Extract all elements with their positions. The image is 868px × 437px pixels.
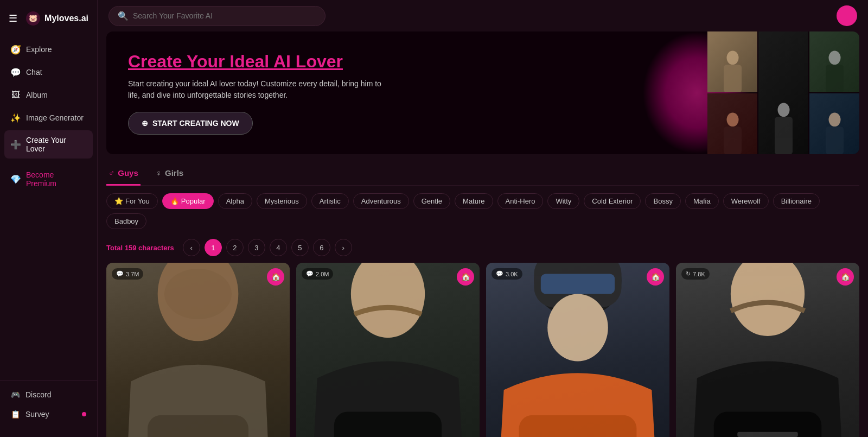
total-characters-text: Total 159 characters (106, 244, 174, 252)
sidebar-item-album-label: Album (26, 91, 48, 99)
filter-chip-bossy[interactable]: Bossy (645, 193, 680, 209)
bossy-chip-label: Bossy (653, 197, 672, 205)
album-icon: 🖼 (11, 90, 21, 100)
svg-rect-19 (541, 274, 615, 294)
svg-point-14 (164, 269, 232, 319)
sidebar-item-discord[interactable]: 🎮 Discord (4, 385, 93, 404)
badboy-chip-label: Badboy (114, 217, 138, 225)
filter-chip-for-you[interactable]: ⭐For You (106, 193, 158, 209)
svg-rect-5 (775, 117, 793, 155)
hero-img-1 (707, 31, 757, 92)
svg-rect-3 (724, 65, 742, 92)
filter-chip-gentle[interactable]: Gentle (413, 193, 450, 209)
chat-icon: 💬 (11, 67, 21, 77)
filter-chip-mature[interactable]: Mature (455, 193, 493, 209)
character-card-ethan-voss[interactable]: ↻ 7.8K 🏠 Ethan Voss 📞 (676, 263, 859, 437)
sidebar-item-create-your-lover-label: Create Your Lover (26, 136, 86, 153)
gentle-chip-label: Gentle (422, 197, 442, 205)
svg-rect-7 (826, 65, 844, 92)
filter-chip-werewolf[interactable]: Werewolf (723, 193, 769, 209)
sidebar-bottom: 🎮 Discord 📋 Survey (0, 380, 97, 428)
search-icon: 🔍 (118, 11, 129, 21)
svg-rect-24 (737, 432, 798, 437)
svg-point-6 (828, 50, 840, 65)
sidebar-item-create-your-lover[interactable]: ➕ Create Your Lover (4, 130, 93, 159)
tab-guys[interactable]: ♂ Guys (106, 163, 141, 186)
pagination-row: Total 159 characters ‹ 1 2 3 4 5 6 › (106, 235, 859, 263)
tab-girls[interactable]: ♀ Girls (154, 163, 186, 186)
page-6-button[interactable]: 6 (313, 239, 330, 256)
hero-title-part1: Create Your Ideal (128, 52, 273, 71)
explore-icon: 🧭 (11, 45, 21, 54)
character-card-ethan-hale[interactable]: 💬 2.0M 🏠 Ethan Hale ℹ (296, 263, 480, 437)
popular-chip-icon: 🔥 (170, 197, 179, 205)
next-page-button[interactable]: › (335, 239, 352, 256)
tab-girls-label: Girls (165, 168, 183, 178)
sidebar-item-image-generator-label: Image Generator (26, 113, 84, 122)
page-3-button[interactable]: 3 (248, 239, 265, 256)
hero-title: Create Your Ideal AI Lover (128, 51, 343, 72)
tabs-section: ♂ Guys ♀ Girls ⭐For You🔥PopularAlphaMyst… (98, 163, 868, 263)
filter-chip-artistic[interactable]: Artistic (311, 193, 349, 209)
sidebar-item-survey[interactable]: 📋 Survey (4, 404, 93, 424)
character-card-lorenzo[interactable]: 💬 3.7M 🏠 Lorenzo ℹ (106, 263, 290, 437)
svg-point-10 (828, 112, 840, 126)
sidebar-item-explore[interactable]: 🧭 Explore (4, 39, 93, 60)
page-2-button[interactable]: 2 (226, 239, 244, 256)
mysterious-chip-label: Mysterious (265, 197, 299, 205)
alpha-chip-label: Alpha (226, 197, 244, 205)
gender-tabs: ♂ Guys ♀ Girls (106, 163, 859, 186)
user-avatar-button[interactable] (837, 5, 857, 26)
hero-image-collage (707, 31, 859, 154)
chat-bubble-icon: 💬 (116, 270, 124, 277)
filter-chip-popular[interactable]: 🔥Popular (162, 193, 214, 209)
hero-img-4 (707, 93, 757, 154)
hero-title-highlight: AI Lover (273, 52, 343, 71)
start-creating-button[interactable]: ⊕ START CREATING NOW (128, 112, 253, 135)
sidebar-nav: 🧭 Explore 💬 Chat 🖼 Album ✨ Image Generat… (0, 39, 97, 376)
filter-chip-anti-hero[interactable]: Anti-Hero (497, 193, 544, 209)
page-5-button[interactable]: 5 (291, 239, 309, 256)
tab-guys-label: Guys (118, 168, 138, 178)
adventurous-chip-label: Adventurous (361, 197, 401, 205)
prev-page-button[interactable]: ‹ (183, 239, 200, 256)
filter-chips: ⭐For You🔥PopularAlphaMysteriousArtisticA… (106, 186, 859, 235)
filter-chip-badboy[interactable]: Badboy (106, 213, 146, 229)
hamburger-button[interactable]: ☰ (9, 12, 17, 24)
svg-point-22 (731, 263, 805, 336)
svg-rect-11 (826, 126, 844, 154)
sidebar-item-chat[interactable]: 💬 Chat (4, 62, 93, 83)
mafia-chip-label: Mafia (693, 197, 711, 205)
svg-rect-13 (148, 415, 248, 437)
sidebar-item-album[interactable]: 🖼 Album (4, 85, 93, 105)
svg-rect-16 (334, 412, 442, 437)
search-input[interactable] (133, 11, 316, 20)
sidebar-item-premium[interactable]: 💎 Become Premium (4, 165, 93, 193)
card-likes-ethan-voss: ↻ 7.8K (681, 268, 710, 280)
topbar: 🔍 (98, 0, 868, 31)
for-you-chip-icon: ⭐ (114, 197, 123, 205)
svg-point-8 (726, 112, 738, 126)
svg-point-15 (351, 263, 425, 338)
filter-chip-alpha[interactable]: Alpha (218, 193, 252, 209)
sidebar-item-image-generator[interactable]: ✨ Image Generator (4, 107, 93, 128)
filter-chip-cold-exterior[interactable]: Cold Exterior (584, 193, 641, 209)
filter-chip-billionaire[interactable]: Billionaire (773, 193, 820, 209)
refresh-icon: ↻ (686, 270, 691, 277)
card-likes-lorenzo: 💬 3.7M (112, 268, 143, 280)
cold-exterior-chip-label: Cold Exterior (592, 197, 633, 205)
page-4-button[interactable]: 4 (270, 239, 287, 256)
search-bar[interactable]: 🔍 (108, 6, 326, 26)
filter-chip-adventurous[interactable]: Adventurous (353, 193, 409, 209)
svg-point-20 (547, 294, 608, 362)
app-name: Myloves.ai (44, 14, 88, 23)
filter-chip-mafia[interactable]: Mafia (685, 193, 719, 209)
filter-chip-witty[interactable]: Witty (547, 193, 579, 209)
character-card-prisoner[interactable]: 💬 3.0K 🏠 Prisoner ℹ (486, 263, 669, 437)
sidebar-header: ☰ 🐷 Myloves.ai (0, 9, 97, 39)
hero-img-3 (809, 31, 859, 92)
filter-chip-mysterious[interactable]: Mysterious (257, 193, 307, 209)
chat-bubble-icon-2: 💬 (306, 270, 314, 277)
page-1-button[interactable]: 1 (205, 239, 222, 256)
witty-chip-label: Witty (556, 197, 571, 205)
